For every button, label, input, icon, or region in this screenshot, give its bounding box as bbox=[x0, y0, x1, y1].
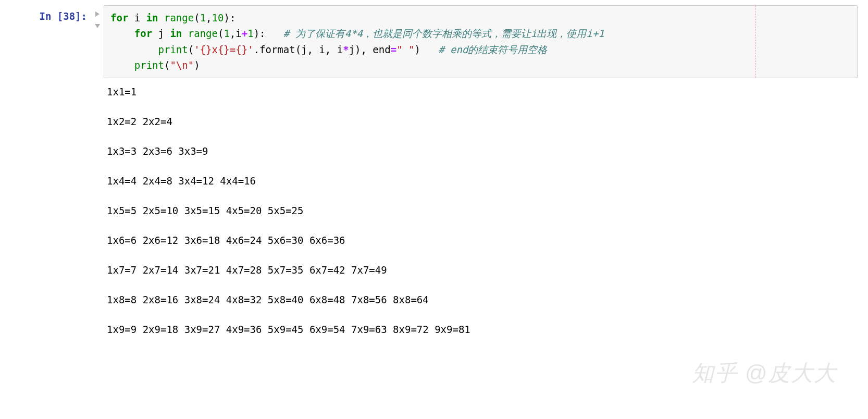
string-literal: '{}x{}={}' bbox=[194, 44, 253, 55]
builtin-range: range bbox=[158, 12, 194, 23]
keyword-for: for bbox=[134, 28, 152, 39]
code-line-2: for j in range(1,i+1): # 为了保证有4*4，也就是同个数… bbox=[110, 26, 851, 41]
margin-guide bbox=[755, 6, 755, 78]
builtin-print: print bbox=[134, 59, 164, 71]
keyword-for: for bbox=[110, 12, 128, 23]
input-prompt: In [38]: bbox=[39, 10, 87, 22]
gutter bbox=[91, 5, 104, 28]
prompt-area: In [38]: bbox=[10, 5, 91, 22]
code-line-1: for i in range(1,10): bbox=[110, 10, 851, 26]
collapse-icon[interactable] bbox=[95, 24, 100, 28]
string-literal: " " bbox=[396, 44, 414, 55]
builtin-range: range bbox=[182, 28, 218, 39]
output-spacer bbox=[10, 84, 104, 337]
comment: # 为了保证有4*4，也就是同个数字相乘的等式，需要让i出现，使用i+1 bbox=[283, 28, 604, 39]
string-literal: "\n" bbox=[170, 59, 194, 71]
comment: # end的结束符号用空格 bbox=[438, 44, 547, 55]
output-text: 1x1=1 1x2=2 2x2=4 1x3=3 2x3=6 3x3=9 1x4=… bbox=[104, 84, 858, 337]
builtin-print: print bbox=[158, 44, 188, 55]
code-editor[interactable]: for i in range(1,10): for j in range(1,i… bbox=[104, 5, 858, 78]
operator-plus: + bbox=[242, 28, 247, 39]
code-line-4: print("\n") bbox=[110, 57, 851, 73]
input-cell: In [38]: for i in range(1,10): for j in … bbox=[0, 0, 868, 83]
keyword-in: in bbox=[170, 28, 182, 39]
operator-star: * bbox=[343, 44, 349, 55]
keyword-in: in bbox=[146, 12, 158, 23]
watermark: 知乎 @皮大大 bbox=[692, 359, 837, 388]
output-cell: 1x1=1 1x2=2 2x2=4 1x3=3 2x3=6 3x3=9 1x4=… bbox=[0, 83, 868, 348]
run-icon[interactable] bbox=[95, 11, 100, 17]
code-line-3: print('{}x{}={}'.format(j, i, i*j), end=… bbox=[110, 42, 851, 57]
